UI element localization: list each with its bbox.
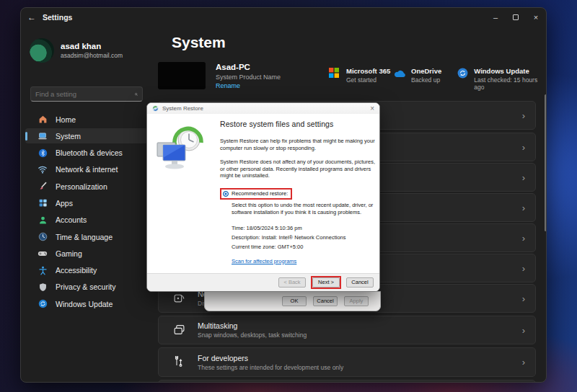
sidebar-nav: Home System Bluetooth & devices Network … <box>25 112 148 313</box>
close-button[interactable]: × <box>526 8 546 27</box>
restore-time: Time: 18/05/2024 5:10:36 pm <box>232 225 376 232</box>
titlebar: ← Settings – × <box>21 8 546 27</box>
quick-status-windows-update[interactable]: Windows Update Last checked: 15 hours ag… <box>457 67 546 91</box>
dialog-title: System Restore <box>162 105 203 112</box>
minimize-button[interactable]: – <box>485 8 506 27</box>
sidebar-item-system[interactable]: System <box>25 128 148 143</box>
sidebar-item-bluetooth-devices[interactable]: Bluetooth & devices <box>25 146 148 161</box>
quick-title: Microsoft 365 <box>346 67 390 75</box>
next-button-highlight: Next > <box>311 276 341 289</box>
device-image <box>158 62 206 89</box>
row-label: Multitasking <box>198 321 307 330</box>
clock-globe-icon <box>37 231 48 243</box>
sidebar-item-network-internet[interactable]: Network & internet <box>25 162 148 177</box>
sidebar-item-label: Windows Update <box>56 300 113 308</box>
gamepad-icon <box>37 248 48 259</box>
settings-row-for-developers[interactable]: For developers These settings are intend… <box>158 347 536 377</box>
accessibility-icon <box>37 264 48 276</box>
user-name: asad khan <box>61 42 123 50</box>
next-button[interactable]: Next > <box>312 277 340 288</box>
sidebar-item-accessibility[interactable]: Accessibility <box>25 263 148 278</box>
settings-row-partial[interactable] <box>158 380 536 383</box>
wifi-icon <box>37 164 48 175</box>
radio-selected-icon[interactable] <box>223 191 229 197</box>
row-label: For developers <box>198 354 343 362</box>
sidebar-item-label: Network & internet <box>56 165 118 174</box>
dialog-paragraph-1: System Restore can help fix problems tha… <box>220 138 376 152</box>
nearby-sharing-icon <box>173 292 186 305</box>
sidebar-item-label: Time & language <box>56 233 113 241</box>
sidebar-item-label: Personalization <box>56 182 107 191</box>
windows-update-icon <box>457 68 468 79</box>
system-restore-dialog: System Restore × Restore system files an… <box>146 102 380 292</box>
maximize-button[interactable] <box>506 8 526 27</box>
restore-illustration <box>147 114 217 273</box>
chevron-right-icon: › <box>522 202 525 213</box>
system-restore-app-icon <box>152 105 159 112</box>
avatar <box>30 38 54 63</box>
sidebar: asad khan asadsim@hotmail.com Home Syste… <box>21 27 152 382</box>
dialog-close-icon[interactable]: × <box>370 104 374 112</box>
cancel-button[interactable]: Cancel <box>313 296 338 306</box>
maximize-icon <box>513 14 519 20</box>
sidebar-item-label: Privacy & security <box>56 282 115 291</box>
sidebar-item-windows-update[interactable]: Windows Update <box>25 296 148 311</box>
apply-button[interactable]: Apply <box>344 296 369 306</box>
restore-description: Description: Install: Intel® Network Con… <box>232 234 376 241</box>
sidebar-item-label: Gaming <box>56 249 82 258</box>
user-profile[interactable]: asad khan asadsim@hotmail.com <box>30 38 123 63</box>
quick-subtitle: Get started <box>346 76 390 84</box>
microsoft-logo-icon <box>329 68 340 79</box>
row-subtitle: These settings are intended for developm… <box>198 364 343 371</box>
quick-title: Windows Update <box>474 67 546 75</box>
apps-icon <box>37 197 48 209</box>
dialog-paragraph-2: System Restore does not affect any of yo… <box>220 159 376 180</box>
search-box[interactable] <box>30 86 143 102</box>
onedrive-cloud-icon <box>394 68 405 79</box>
window-title: Settings <box>43 13 72 22</box>
sidebar-item-gaming[interactable]: Gaming <box>25 246 148 261</box>
quick-title: OneDrive <box>411 67 441 75</box>
update-icon <box>37 298 48 310</box>
sidebar-item-label: Apps <box>56 199 73 208</box>
rename-link[interactable]: Rename <box>216 82 240 89</box>
sidebar-item-label: Accessibility <box>56 266 97 275</box>
recommended-restore-radio[interactable]: Recommended restore: <box>220 188 292 200</box>
scan-affected-programs-link[interactable]: Scan for affected programs <box>232 258 296 265</box>
bluetooth-icon <box>37 147 48 159</box>
developers-icon <box>173 356 186 369</box>
sidebar-item-time-language[interactable]: Time & language <box>25 229 148 244</box>
quick-status-onedrive[interactable]: OneDrive Backed up <box>394 67 441 84</box>
sidebar-item-personalization[interactable]: Personalization <box>25 179 148 194</box>
device-model: System Product Name <box>216 74 281 81</box>
scrollbar[interactable] <box>545 94 547 231</box>
chevron-right-icon: › <box>522 142 525 153</box>
quick-status-microsoft-365[interactable]: Microsoft 365 Get started <box>329 67 390 84</box>
sidebar-item-privacy-security[interactable]: Privacy & security <box>25 280 148 295</box>
accounts-icon <box>37 214 48 226</box>
chevron-right-icon: › <box>522 172 525 183</box>
radio-label: Recommended restore: <box>232 190 288 197</box>
sidebar-item-label: Bluetooth & devices <box>56 148 123 157</box>
recommended-description: Select this option to undo the most rece… <box>232 202 376 216</box>
back-button[interactable]: < Back <box>278 277 306 288</box>
restore-timezone: Current time zone: GMT+5:00 <box>232 244 376 251</box>
home-icon <box>37 114 48 125</box>
sidebar-item-accounts[interactable]: Accounts <box>25 213 148 228</box>
sidebar-item-apps[interactable]: Apps <box>25 195 148 210</box>
ok-button[interactable]: OK <box>282 296 307 306</box>
chevron-right-icon: › <box>522 263 525 274</box>
brush-icon <box>37 181 48 192</box>
shield-icon <box>37 281 48 293</box>
back-icon[interactable]: ← <box>21 12 43 22</box>
dialog-cancel-button[interactable]: Cancel <box>346 277 374 288</box>
dialog-heading: Restore system files and settings <box>220 120 376 130</box>
search-input[interactable] <box>31 90 135 98</box>
page-title: System <box>172 34 226 51</box>
user-email: asadsim@hotmail.com <box>61 52 123 59</box>
row-subtitle: Snap windows, desktops, task switching <box>198 331 307 339</box>
sidebar-item-home[interactable]: Home <box>25 112 148 127</box>
settings-row-multitasking[interactable]: Multitasking Snap windows, desktops, tas… <box>158 316 536 344</box>
chevron-right-icon: › <box>522 325 525 336</box>
quick-subtitle: Last checked: 15 hours ago <box>474 76 546 91</box>
